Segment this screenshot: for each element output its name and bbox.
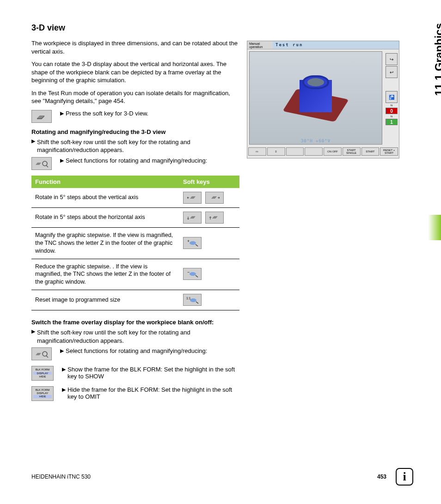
mode-label: Manual operation bbox=[247, 41, 273, 49]
paragraph: In the Test Run mode of operation you ca… bbox=[31, 89, 239, 105]
table-cell-function: Rotate in 5° steps about the horizontal … bbox=[31, 207, 179, 227]
softkey-rotate-up-icon bbox=[205, 212, 224, 224]
page-number: 453 bbox=[377, 474, 386, 480]
svg-point-14 bbox=[190, 272, 196, 276]
table-cell-function: Magnify the graphic stepwise. If the vie… bbox=[31, 227, 179, 259]
n-label: N bbox=[384, 104, 399, 107]
bottom-softkey-onoff: ON OFF bbox=[324, 147, 342, 156]
svg-marker-19 bbox=[36, 353, 41, 355]
svg-marker-6 bbox=[190, 196, 196, 199]
table-row: Magnify the graphic stepwise. If the vie… bbox=[31, 227, 239, 259]
bottom-softkey bbox=[305, 147, 323, 156]
softkey-magnify-minus-icon: − bbox=[183, 268, 202, 280]
table-cell-function: Reset image to programmed size bbox=[31, 290, 179, 310]
bottom-softkey bbox=[286, 147, 304, 156]
table-header-function: Function bbox=[31, 176, 179, 188]
table-cell-function: Reduce the graphic stepwise. . If the vi… bbox=[31, 259, 179, 290]
tnc-screenshot-figure: Manual operation Test run 30°H +60°V ↪ ↩… bbox=[247, 41, 399, 158]
svg-marker-1 bbox=[37, 118, 42, 119]
svg-marker-3 bbox=[36, 163, 41, 165]
table-header-softkeys: Soft keys bbox=[179, 176, 239, 188]
function-table: Function Soft keys Rotate in 5° steps ab… bbox=[31, 176, 239, 310]
instruction-text: Hide the frame for the BLK FORM: Set the… bbox=[67, 386, 239, 400]
table-cell-function: Rotate in 5° steps about the vertical ax… bbox=[31, 188, 179, 208]
svg-point-11 bbox=[190, 241, 196, 245]
softkey-rotate-down-icon bbox=[183, 212, 202, 224]
bottom-softkey: ▭ bbox=[248, 147, 266, 156]
svg-marker-8 bbox=[190, 216, 196, 219]
subheading-frame-overlay: Switch the frame overlay display for the… bbox=[31, 319, 239, 326]
svg-line-12 bbox=[196, 244, 198, 246]
svg-marker-7 bbox=[211, 196, 217, 199]
softkey-reset-1to1-icon: 1:1 bbox=[183, 294, 202, 306]
go-indicator: 1 bbox=[386, 119, 398, 125]
instruction-text: Show the frame for the BLK FORM: Set the… bbox=[67, 366, 239, 380]
softkey-magnify-plus-icon: + bbox=[183, 237, 202, 249]
svg-point-17 bbox=[190, 298, 196, 302]
svg-line-18 bbox=[196, 302, 198, 304]
instruction-text: Select functions for rotating and magnif… bbox=[66, 347, 207, 354]
workpiece-bore bbox=[307, 78, 324, 86]
svg-point-4 bbox=[43, 161, 47, 166]
instruction-text: Select functions for rotating and magnif… bbox=[66, 157, 207, 164]
svg-text:+: + bbox=[187, 239, 190, 243]
blk-hide-label: HIDE bbox=[33, 395, 52, 398]
blk-form-label: BLK FORM bbox=[32, 389, 53, 392]
table-row: Rotate in 5° steps about the horizontal … bbox=[31, 207, 239, 227]
svg-text:1:1: 1:1 bbox=[186, 297, 191, 300]
bullet-arrow-icon: ▶ bbox=[31, 328, 35, 345]
paragraph: The workpiece is displayed in three dime… bbox=[31, 39, 239, 55]
bottom-softkey-reset: RESET + START bbox=[380, 147, 398, 156]
instruction-text: Press the soft key for 3-D view. bbox=[66, 110, 148, 117]
section-title: 3-D view bbox=[31, 23, 413, 33]
footer-product: HEIDENHAIN iTNC 530 bbox=[31, 474, 91, 480]
blk-display-label: DISPLAY bbox=[33, 372, 52, 375]
stop-indicator: 0 bbox=[386, 108, 398, 114]
bullet-arrow-icon: ▶ bbox=[60, 157, 64, 164]
svg-marker-9 bbox=[212, 216, 218, 219]
softkey-3d-view-icon bbox=[31, 110, 52, 123]
softkey-rotate-left-icon bbox=[183, 192, 202, 204]
softkey-blk-form-show-icon: BLK FORM DISPLAY HIDE bbox=[31, 366, 54, 381]
svg-line-21 bbox=[46, 356, 48, 358]
paragraph: You can rotate the 3-D display about the… bbox=[31, 60, 239, 85]
graphic-viewport: 30°H +60°V bbox=[249, 51, 382, 145]
softkey-blk-form-hide-icon: BLK FORM DISPLAY HIDE bbox=[31, 386, 54, 401]
svg-text:−: − bbox=[187, 270, 190, 274]
bottom-softkey: ≡ bbox=[267, 147, 285, 156]
bullet-arrow-icon: ▶ bbox=[62, 366, 66, 380]
instruction-text: Shift the soft-key row until the soft ke… bbox=[37, 328, 239, 345]
n-label: N bbox=[384, 115, 399, 118]
side-chapter-label: 11.1 Graphics bbox=[433, 23, 441, 96]
bullet-arrow-icon: ▶ bbox=[62, 386, 66, 400]
blk-form-label: BLK FORM bbox=[32, 368, 53, 371]
bottom-softkey-start-single: START SINGLE bbox=[343, 147, 361, 156]
svg-point-20 bbox=[43, 352, 47, 356]
table-row: Rotate in 5° steps about the vertical ax… bbox=[31, 188, 239, 208]
instruction-text: Shift the soft-key row until the soft ke… bbox=[37, 138, 239, 154]
rotation-status-text: 30°H +60°V bbox=[250, 139, 382, 143]
coolant-icon: 🚰 bbox=[386, 91, 398, 103]
thumb-tab bbox=[428, 215, 441, 240]
bullet-arrow-icon: ▶ bbox=[60, 347, 64, 354]
bullet-arrow-icon: ▶ bbox=[60, 110, 64, 117]
bullet-arrow-icon: ▶ bbox=[31, 138, 35, 154]
bottom-softkey-start: START bbox=[361, 147, 380, 156]
screen-title: Test run bbox=[273, 41, 399, 49]
svg-line-5 bbox=[46, 165, 48, 167]
side-button-icon: ↩ bbox=[386, 66, 398, 78]
side-button-icon: ↪ bbox=[386, 53, 398, 65]
blk-display-label: DISPLAY bbox=[32, 392, 53, 395]
table-row: Reset image to programmed size 1:1 bbox=[31, 290, 239, 310]
svg-line-15 bbox=[196, 275, 198, 277]
blk-hide-label: HIDE bbox=[32, 375, 53, 378]
subheading-rotating: Rotating and magnifying/reducing the 3-D… bbox=[31, 128, 239, 135]
table-row: Reduce the graphic stepwise. . If the vi… bbox=[31, 259, 239, 290]
softkey-rotate-magnify-icon bbox=[31, 157, 52, 170]
info-icon: i bbox=[396, 468, 413, 486]
softkey-rotate-magnify-icon bbox=[31, 347, 52, 360]
softkey-rotate-right-icon bbox=[205, 192, 224, 204]
